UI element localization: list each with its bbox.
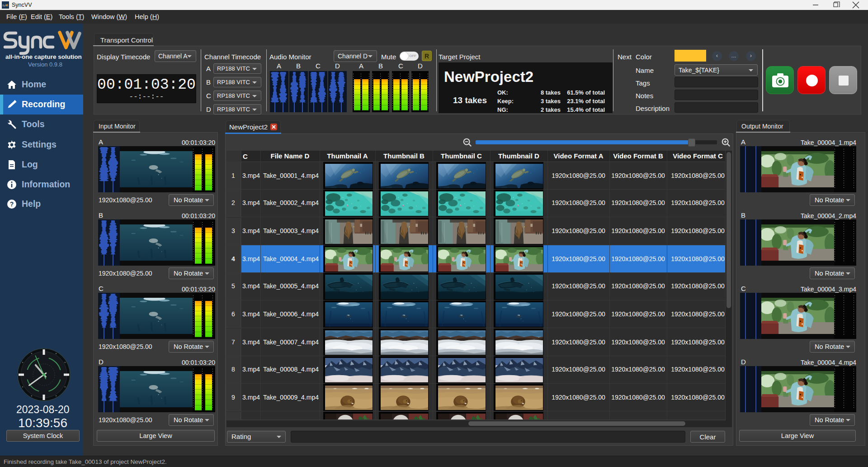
svg-text:?: ? bbox=[10, 200, 14, 208]
